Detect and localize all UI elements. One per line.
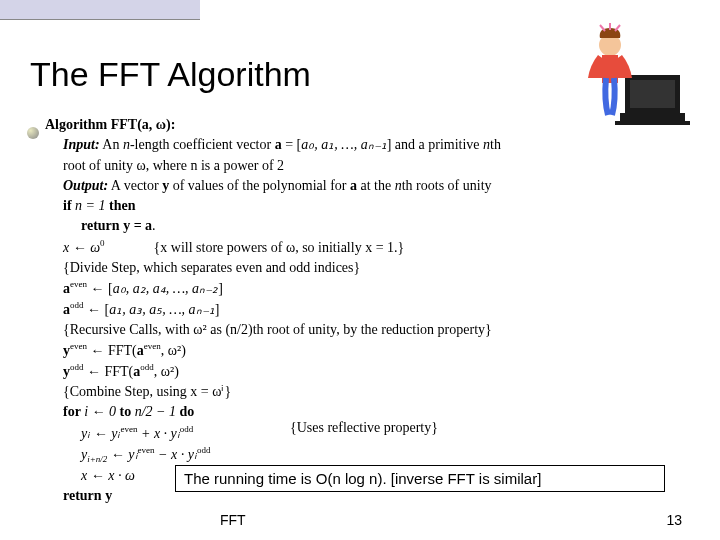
return1-eq: y = a	[123, 218, 152, 233]
t: ]	[218, 281, 223, 296]
xinit-lhs: x ← ω	[63, 239, 100, 254]
output-label: Output:	[63, 178, 108, 193]
if-then: then	[106, 198, 136, 213]
t: n	[395, 178, 402, 193]
t: + x · yᵢ	[137, 425, 179, 440]
t: a	[137, 343, 144, 358]
for-end: n/2 − 1	[131, 404, 179, 419]
t: even	[70, 341, 87, 351]
input-label: Input:	[63, 137, 100, 152]
t: y	[63, 343, 70, 358]
t: − x · yᵢ	[155, 446, 197, 461]
t: ← FFT(	[84, 364, 134, 379]
t: at the	[357, 178, 395, 193]
header-bar	[0, 0, 200, 20]
t: a₁, a₃, a₅, …, aₙ₋₁	[109, 302, 214, 317]
runtime-box: The running time is O(n log n). [inverse…	[175, 465, 665, 492]
bullet-dot	[27, 127, 39, 139]
input-line2: root of unity ω, where n is a power of 2	[63, 158, 284, 173]
t: n	[123, 137, 130, 152]
t: th	[490, 137, 501, 152]
t: a	[63, 281, 70, 296]
return1-dot: .	[152, 218, 156, 233]
t: even	[138, 445, 155, 455]
reflective-comment-side: {Uses reflective property}	[290, 420, 438, 436]
for-range: i ← 0	[84, 404, 119, 419]
for-to: to	[120, 404, 132, 419]
t: odd	[197, 445, 211, 455]
t: a	[275, 137, 282, 152]
t: An	[100, 137, 123, 152]
t: odd	[180, 424, 194, 434]
t: ] and a primitive	[387, 137, 483, 152]
divide-comment: {Divide Step, which separates even and o…	[63, 258, 501, 278]
t: , ω²)	[161, 343, 186, 358]
t: odd	[70, 362, 84, 372]
t: yᵢ ← yᵢ	[81, 425, 120, 440]
t: of values of the polynomial for	[169, 178, 350, 193]
t: a₀, a₂, a₄, …, aₙ₋₂	[113, 281, 218, 296]
recursive-comment: {Recursive Calls, with ω² as (n/2)th roo…	[63, 320, 501, 340]
combine-comment: {Combine Step, using x = ωⁱ}	[63, 382, 501, 402]
t: even	[144, 341, 161, 351]
t: a₀, a₁, …, aₙ₋₁	[301, 137, 386, 152]
t: , ω²)	[154, 364, 179, 379]
t: ]	[215, 302, 220, 317]
t: odd	[70, 300, 84, 310]
t: ← yᵢ	[107, 446, 137, 461]
for-do: do	[180, 404, 195, 419]
t: ← FFT(	[87, 343, 137, 358]
if-cond: n = 1	[75, 198, 105, 213]
svg-rect-2	[620, 113, 685, 121]
t: a	[63, 302, 70, 317]
slide-number: 13	[666, 512, 682, 528]
t: A vector	[108, 178, 162, 193]
return2-y: y	[105, 488, 112, 503]
clipart-computer-person	[570, 20, 700, 130]
algo-header-pre: Algorithm FFT(	[45, 117, 142, 132]
svg-rect-3	[615, 121, 690, 125]
t: i+n/2	[87, 454, 107, 464]
t: ← [	[84, 302, 110, 317]
footer-topic: FFT	[220, 512, 246, 528]
t: -length coefficient vector	[130, 137, 275, 152]
xinit-sup: 0	[100, 238, 105, 248]
t: odd	[140, 362, 154, 372]
t: y	[63, 364, 70, 379]
t: a	[350, 178, 357, 193]
if-pre: if	[63, 198, 75, 213]
for-pre: for	[63, 404, 84, 419]
return1-pre: return	[81, 218, 123, 233]
t: = [	[282, 137, 302, 152]
algo-header-post: ):	[166, 117, 175, 132]
xinit-comment: {x will store powers of ω, so initially …	[154, 239, 405, 254]
svg-rect-1	[630, 80, 675, 108]
return2-pre: return	[63, 488, 105, 503]
slide-title: The FFT Algorithm	[30, 55, 311, 94]
algorithm-block: Algorithm FFT(a, ω): Input: An n-length …	[45, 115, 501, 507]
t: th roots of unity	[402, 178, 492, 193]
t: even	[70, 279, 87, 289]
algo-header-args: a, ω	[142, 117, 166, 132]
t: ← [	[87, 281, 113, 296]
t: even	[120, 424, 137, 434]
xupdate: x ← x · ω	[81, 468, 135, 483]
